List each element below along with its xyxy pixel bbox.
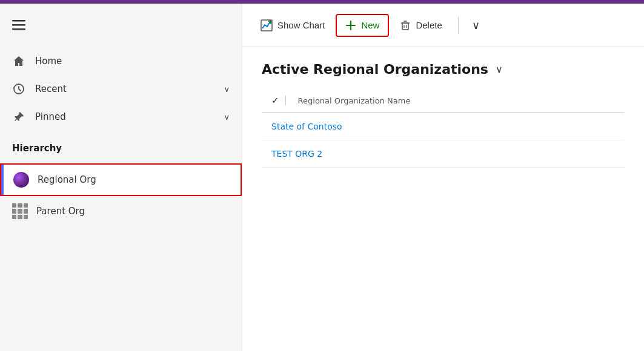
recent-chevron-icon: ∨ (224, 85, 230, 94)
show-chart-label: Show Chart (277, 20, 325, 30)
content-area: Active Regional Organizations ∨ ✓ Region… (242, 47, 644, 351)
hamburger-icon (12, 18, 25, 34)
regional-org-icon (13, 172, 29, 188)
parent-org-icon (12, 203, 28, 219)
main-content: Show Chart New (242, 4, 644, 351)
column-header-name: ✓ Regional Organization Name (262, 89, 625, 113)
new-button[interactable]: New (336, 14, 389, 37)
hierarchy-title: Hierarchy (12, 143, 230, 154)
table-cell-name-1: State of Contoso (262, 113, 625, 140)
hamburger-button[interactable] (0, 10, 242, 42)
view-title: Active Regional Organizations (262, 62, 488, 77)
hierarchy-item-regional-org[interactable]: Regional Org (0, 163, 242, 196)
column-name-label: Regional Organization Name (298, 96, 411, 105)
recent-icon (12, 82, 25, 96)
svg-rect-7 (402, 23, 408, 30)
table-cell-name-2: TEST ORG 2 (262, 140, 625, 168)
svg-rect-2 (12, 28, 25, 30)
parent-org-label: Parent Org (36, 206, 85, 217)
more-options-button[interactable]: ∨ (466, 14, 486, 37)
delete-label: Delete (416, 20, 442, 30)
checkmark-icon: ✓ (271, 95, 279, 106)
table-row: TEST ORG 2 (262, 140, 625, 168)
svg-rect-0 (12, 20, 25, 22)
hierarchy-section: Hierarchy (0, 131, 242, 163)
new-label: New (361, 20, 379, 30)
data-table: ✓ Regional Organization Name State of Co… (262, 89, 625, 168)
table-header-row: ✓ Regional Organization Name (262, 89, 625, 113)
chart-icon (261, 19, 273, 31)
header-divider (285, 96, 286, 105)
delete-icon (400, 20, 411, 31)
sidebar-item-recent[interactable]: Recent ∨ (0, 75, 242, 103)
hierarchy-item-parent-org[interactable]: Parent Org (0, 196, 242, 226)
view-title-row: Active Regional Organizations ∨ (262, 62, 625, 77)
show-chart-button[interactable]: Show Chart (252, 15, 333, 36)
toolbar: Show Chart New (242, 4, 644, 47)
view-title-chevron-icon[interactable]: ∨ (496, 64, 503, 75)
sidebar-item-pinned[interactable]: Pinned ∨ (0, 103, 242, 131)
record-link-1[interactable]: State of Contoso (271, 122, 342, 131)
recent-label: Recent (35, 84, 214, 94)
record-link-2[interactable]: TEST ORG 2 (271, 149, 322, 159)
pin-icon (12, 110, 25, 123)
pinned-label: Pinned (35, 111, 214, 122)
delete-button[interactable]: Delete (391, 15, 450, 36)
table-row: State of Contoso (262, 113, 625, 140)
home-icon (12, 54, 25, 68)
toolbar-divider (458, 17, 459, 34)
chevron-down-icon: ∨ (472, 19, 480, 32)
plus-icon (345, 20, 356, 31)
sidebar: Home Recent ∨ Pinned ∨ Hi (0, 4, 242, 351)
sidebar-item-home[interactable]: Home (0, 47, 242, 75)
svg-rect-1 (12, 24, 25, 26)
home-label: Home (35, 56, 230, 67)
pinned-chevron-icon: ∨ (224, 113, 230, 122)
regional-org-label: Regional Org (38, 174, 96, 185)
